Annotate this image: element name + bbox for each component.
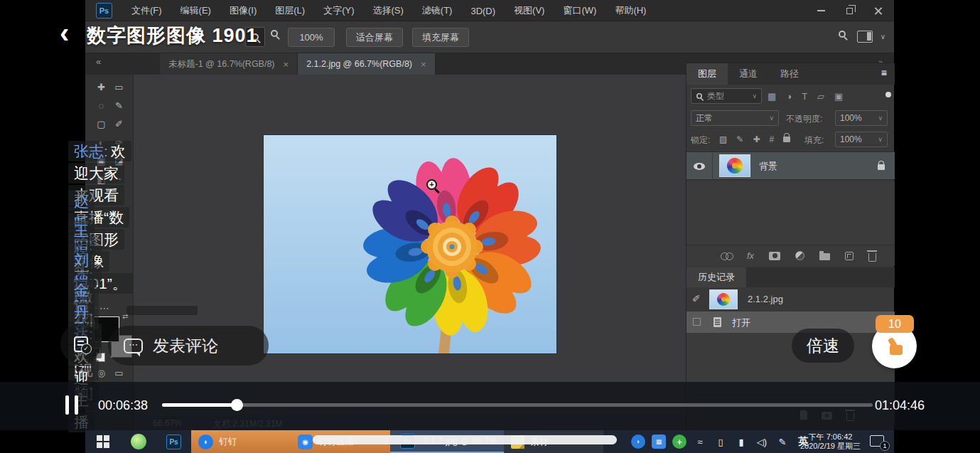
filter-type-layers-icon[interactable]: T (802, 91, 807, 102)
opacity-input[interactable]: 100% ∨ (835, 110, 888, 126)
new-layer-icon[interactable] (845, 252, 854, 260)
dingtalk-tray-icon[interactable]: ◗ (631, 435, 645, 449)
search-icon[interactable] (839, 31, 846, 38)
document-tab[interactable]: 未标题-1 @ 16.7%(RGB/8)× (160, 53, 298, 75)
tab-history[interactable]: 历史记录 (686, 267, 746, 287)
menu-item[interactable]: 文件(F) (122, 4, 171, 17)
history-checkbox[interactable] (693, 318, 701, 326)
menu-item[interactable]: 文字(Y) (314, 4, 363, 17)
clock-time: 下午 7:06:42 (797, 432, 864, 442)
tab-通道[interactable]: 通道 (728, 63, 769, 85)
menu-item[interactable]: 窗口(W) (554, 4, 605, 17)
link-layers-icon[interactable] (721, 252, 732, 259)
fill-input[interactable]: 100% ∨ (835, 132, 888, 147)
menu-item[interactable]: 图层(L) (266, 4, 314, 17)
taskbar-start-button[interactable] (85, 430, 121, 453)
restore-icon[interactable] (846, 8, 853, 14)
fit-screen-button[interactable]: 适合屏幕 (346, 28, 403, 47)
pause-button[interactable] (63, 395, 84, 415)
system-tray: ◗▦+≈▯▮◁)✎英 (631, 430, 810, 453)
scrubber-pill-overlay[interactable] (313, 435, 617, 444)
display-tray-icon[interactable]: ▮ (734, 435, 748, 449)
menu-item[interactable]: 编辑(E) (171, 4, 220, 17)
close-icon[interactable] (874, 6, 883, 15)
filter-pin-dot[interactable] (885, 92, 891, 97)
sign-in-button[interactable] (60, 324, 101, 364)
menu-item[interactable]: 帮助(H) (605, 4, 655, 17)
workspace-icon[interactable] (857, 31, 873, 43)
progress-bar[interactable] (162, 403, 873, 407)
history-brush-source-icon[interactable]: ✐ (692, 293, 701, 304)
usb-tray-icon[interactable]: ▯ (714, 435, 728, 449)
post-comment-label: 发表评论 (153, 335, 218, 357)
document-tab[interactable]: 2.1.2.jpg @ 66.7%(RGB/8)× (298, 53, 435, 75)
lock-row: 锁定: ▨✎✚# 填充: 100% ∨ (686, 129, 895, 150)
zoom-level-button[interactable]: 100% (288, 28, 335, 47)
filter-pixel-layers-icon[interactable]: ▦ (768, 91, 776, 102)
back-button[interactable]: ‹ (60, 18, 69, 47)
blend-mode-select[interactable]: 正常 ∨ (691, 110, 779, 126)
layer-thumbnail[interactable] (719, 154, 750, 177)
playback-speed-button[interactable]: 倍速 (792, 329, 854, 363)
layer-group-icon[interactable] (819, 253, 830, 260)
crop-tool-icon[interactable]: ▢ (97, 119, 105, 130)
total-time: 01:04:46 (875, 398, 925, 413)
taskbar-photoshop-button[interactable]: Ps (156, 430, 191, 453)
move-tool-icon[interactable]: ✚ (97, 82, 105, 93)
filter-shape-layers-icon[interactable]: ▱ (817, 91, 824, 102)
screen-mode-icon[interactable]: ▭ (114, 368, 123, 379)
taskbar-dingtalk-button[interactable]: ◗钉钉 (191, 430, 291, 453)
fill-screen-button[interactable]: 填充屏幕 (412, 28, 469, 47)
filter-adjustment-layers-icon[interactable]: ◑ (786, 91, 792, 102)
collapse-tools-icon[interactable]: « (96, 56, 101, 67)
stylus-tray-icon[interactable]: ✎ (775, 435, 790, 449)
tab-close-icon[interactable]: × (284, 59, 289, 70)
like-count-badge: 10 (876, 315, 914, 333)
app-tray-icon[interactable]: ▦ (652, 435, 666, 449)
workspace-chevron-icon[interactable]: ∨ (881, 33, 885, 41)
layer-effects-icon[interactable]: fx (747, 251, 754, 260)
menu-item[interactable]: 3D(D) (461, 6, 505, 16)
progress-thumb[interactable] (231, 399, 243, 411)
layer-row-background[interactable]: 背景 (686, 151, 895, 180)
security-tray-icon[interactable]: + (672, 435, 686, 449)
post-comment-button[interactable]: ⋯ 发表评论 (108, 326, 269, 366)
lock-artboard-icon[interactable]: # (769, 134, 774, 144)
volume-tray-icon[interactable]: ◁) (755, 435, 769, 449)
current-time: 00:06:38 (98, 398, 148, 413)
menu-item[interactable]: 视图(V) (505, 4, 554, 17)
lasso-tool-icon[interactable]: ◌ (99, 100, 104, 112)
quick-selection-tool-icon[interactable]: ✎ (115, 100, 123, 112)
history-entry-open-file[interactable]: ✐ 2.1.2.jpg (686, 287, 895, 311)
taskbar-browser-button[interactable] (121, 430, 156, 453)
tab-图层[interactable]: 图层 (686, 63, 728, 85)
network-tray-icon[interactable]: ≈ (693, 435, 707, 449)
lock-all-icon[interactable] (783, 137, 790, 142)
layer-visibility-eye-icon[interactable] (694, 163, 705, 170)
minimize-icon[interactable] (817, 10, 825, 11)
adjustment-layer-icon[interactable] (795, 251, 804, 260)
lock-label: 锁定: (691, 134, 710, 146)
menu-item[interactable]: 图像(I) (220, 4, 266, 17)
lock-image-icon[interactable]: ✎ (736, 134, 743, 144)
menu-item[interactable]: 滤镜(T) (413, 4, 462, 17)
lock-position-icon[interactable]: ✚ (753, 134, 760, 144)
filter-smart-objects-icon[interactable]: ▣ (834, 91, 843, 102)
layer-filter-type-select[interactable]: 类型 ∨ (691, 88, 762, 104)
lock-transparency-icon[interactable]: ▨ (719, 134, 727, 144)
layer-mask-icon[interactable] (769, 252, 780, 260)
opacity-label: 不透明度: (786, 113, 822, 125)
eyedropper-tool-icon[interactable]: ✐ (115, 119, 123, 130)
taskbar-clock[interactable]: 下午 7:06:42 2020/2/19 星期三 (797, 432, 864, 451)
dingtalk-icon: ◗ (198, 435, 213, 449)
document-image-pinwheel[interactable] (264, 135, 556, 353)
history-panel-menu-icon[interactable]: ≡ (881, 67, 887, 78)
tab-路径[interactable]: 路径 (769, 63, 810, 85)
history-entry-open[interactable]: 打开 (686, 311, 895, 333)
tab-close-icon[interactable]: × (421, 59, 426, 70)
lock-icons: ▨✎✚# (719, 132, 790, 146)
delete-layer-icon[interactable] (868, 253, 876, 262)
menu-item[interactable]: 选择(S) (363, 4, 412, 17)
zoom-out-toggle[interactable] (271, 30, 278, 37)
marquee-tool-icon[interactable]: ▭ (114, 82, 123, 93)
